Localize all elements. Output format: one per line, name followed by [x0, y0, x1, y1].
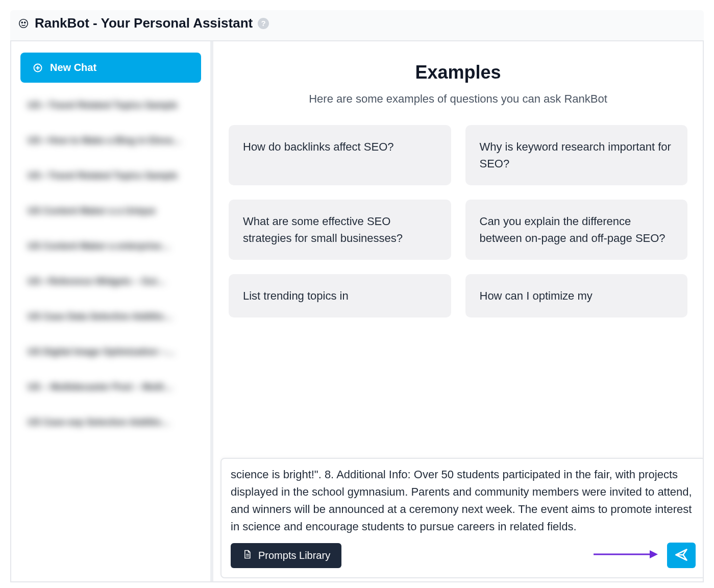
rankbot-logo-icon	[17, 17, 30, 30]
page-title: RankBot - Your Personal Assistant	[35, 15, 253, 31]
examples-subheading: Here are some examples of questions you …	[226, 92, 691, 106]
chat-history-item[interactable]: US Case Data Selective Additio…	[20, 300, 201, 333]
new-chat-button[interactable]: New Chat	[20, 53, 201, 83]
chat-history-item[interactable]: US • Travel Related Topics Sample	[20, 159, 201, 192]
chat-history-item[interactable]: US Digital Image Optimization –…	[20, 335, 201, 369]
new-chat-label: New Chat	[50, 62, 96, 74]
composer-input[interactable]: science is bright!". 8. Additional Info:…	[231, 466, 696, 535]
main-panel: Examples Here are some examples of quest…	[213, 41, 703, 581]
chat-history-item[interactable]: US – Multidecaster Post – Multi…	[20, 371, 201, 404]
examples-heading: Examples	[226, 62, 691, 83]
document-icon	[242, 549, 252, 562]
example-prompt-card[interactable]: Can you explain the difference between o…	[465, 200, 688, 260]
chat-history-item[interactable]: US • How to Make a Blog in Eleva…	[20, 124, 201, 157]
example-prompt-card[interactable]: List trending topics in	[229, 274, 451, 317]
prompts-library-label: Prompts Library	[258, 550, 330, 561]
help-icon[interactable]: ?	[258, 18, 269, 29]
message-composer: science is bright!". 8. Additional Info:…	[220, 458, 703, 578]
svg-point-2	[24, 22, 26, 23]
chat-history-item[interactable]: US • Reference Widgets – Gui…	[20, 265, 201, 298]
example-prompt-card[interactable]: What are some effective SEO strategies f…	[229, 200, 451, 260]
send-button[interactable]	[667, 543, 696, 568]
plus-circle-icon	[33, 63, 43, 73]
annotation-arrow-icon	[593, 547, 659, 564]
chat-history-list: US • Travel Related Topics Sample US • H…	[20, 89, 201, 439]
example-prompt-card[interactable]: How do backlinks affect SEO?	[229, 125, 451, 185]
example-prompt-grid: How do backlinks affect SEO? Why is keyw…	[226, 125, 691, 317]
prompts-library-button[interactable]: Prompts Library	[231, 543, 341, 568]
example-prompt-card[interactable]: How can I optimize my	[465, 274, 688, 317]
example-prompt-card[interactable]: Why is keyword research important for SE…	[465, 125, 688, 185]
sidebar: New Chat US • Travel Related Topics Samp…	[11, 41, 213, 581]
svg-marker-9	[650, 550, 658, 558]
chat-history-item[interactable]: US Case-sep Selection Additio…	[20, 406, 201, 439]
chat-history-item[interactable]: US • Travel Related Topics Sample	[20, 89, 201, 122]
chat-history-item[interactable]: US Content Maker a a Unique	[20, 194, 201, 228]
chat-history-item[interactable]: US Content Maker a enterprise…	[20, 230, 201, 263]
send-icon	[674, 548, 688, 564]
svg-point-0	[19, 19, 28, 28]
svg-point-1	[21, 22, 22, 23]
app-header: RankBot - Your Personal Assistant ?	[10, 10, 704, 41]
